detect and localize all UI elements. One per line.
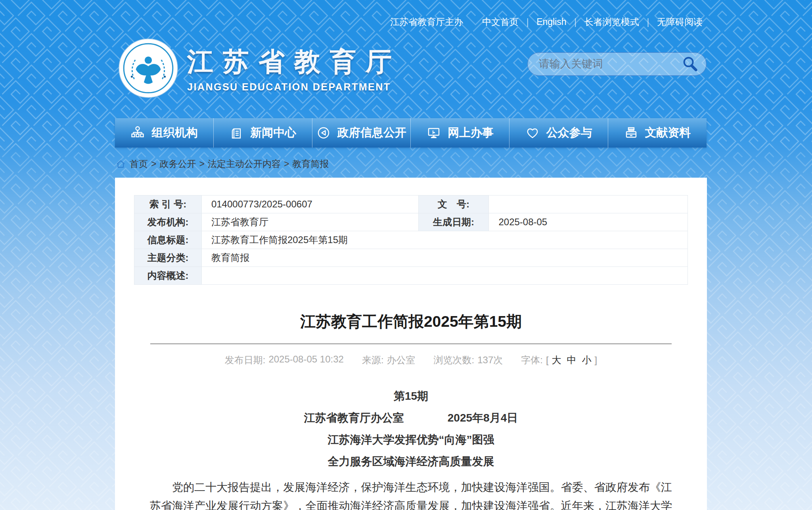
monitor-icon (427, 126, 441, 140)
nav-item-news-center[interactable]: 新闻中心 (213, 118, 312, 148)
title-divider (150, 343, 672, 344)
nav-label: 新闻中心 (250, 125, 296, 141)
site-title-block: 江苏省教育厅 JIANGSU EDUCATION DEPARTMENT (187, 44, 401, 93)
article-paragraph: 党的二十大报告提出，发展海洋经济，保护海洋生态环境，加快建设海洋强国。省委、省政… (150, 478, 672, 510)
divider: | (647, 17, 649, 28)
source-label: 来源: (362, 354, 384, 366)
nav-item-public-participation[interactable]: 公众参与 (509, 118, 608, 148)
site-name-cn: 江苏省教育厅 (187, 44, 401, 80)
article-title: 江苏教育工作简报2025年第15期 (115, 311, 707, 332)
source: 来源: 办公室 (362, 354, 416, 366)
topic-category-label: 主题分类: (134, 249, 202, 267)
generation-date-label: 生成日期: (418, 213, 489, 231)
document-info-table: 索 引 号: 014000773/2025-00607 文 号: 发布机构: 江… (134, 195, 688, 285)
news-icon (229, 126, 243, 140)
search-icon (682, 56, 699, 73)
topic-category-value: 教育简报 (201, 249, 688, 267)
breadcrumb-separator: > (199, 159, 204, 169)
nav-item-online-services[interactable]: 网上办事 (410, 118, 509, 148)
home-icon (116, 159, 126, 169)
org-chart-icon (130, 126, 145, 140)
publisher-value: 江苏省教育厅 (201, 213, 418, 231)
search-input[interactable] (539, 58, 682, 70)
view-count-value: 137次 (477, 354, 503, 366)
font-size-large-button[interactable]: 大 (550, 354, 564, 366)
page: 江苏省教育厅主办 中文首页 | English | 长者浏览模式 | 无障碍阅读… (0, 0, 812, 510)
table-row: 主题分类: 教育简报 (134, 249, 688, 267)
breadcrumb-statutory-disclosure[interactable]: 法定主动公开内容 (208, 158, 281, 170)
view-count-label: 浏览次数: (434, 354, 475, 366)
heart-icon (525, 126, 540, 140)
issuer-line: 江苏省教育厅办公室 2025年8月4日 (115, 410, 707, 426)
search-button[interactable] (682, 56, 699, 73)
table-row: 发布机构: 江苏省教育厅 生成日期: 2025-08-05 (134, 213, 688, 231)
archive-icon (624, 126, 638, 140)
bracket: [ (546, 355, 549, 366)
index-number-value: 014000773/2025-00607 (201, 196, 418, 213)
article-body: 第15期 江苏省教育厅办公室 2025年8月4日 江苏海洋大学发挥优势“向海”图… (115, 389, 707, 510)
top-utility-bar: 江苏省教育厅主办 中文首页 | English | 长者浏览模式 | 无障碍阅读 (0, 16, 703, 28)
doc-number-label: 文 号: (418, 196, 489, 213)
doc-number-value (489, 196, 688, 213)
breadcrumb: 首页 > 政务公开 > 法定主动公开内容 > 教育简报 (116, 158, 329, 170)
article-meta: 发布日期: 2025-08-05 10:32 来源: 办公室 浏览次数: 137… (115, 354, 707, 366)
nav-label: 政府信息公开 (337, 125, 406, 141)
info-title-value: 江苏教育工作简报2025年第15期 (201, 231, 688, 249)
publisher-label: 发布机构: (134, 213, 202, 231)
content-summary-value (201, 267, 688, 285)
link-accessibility[interactable]: 无障碍阅读 (657, 16, 703, 28)
table-row: 内容概述: (134, 267, 688, 285)
nav-label: 公众参与 (546, 125, 592, 141)
generation-date-value: 2025-08-05 (489, 213, 688, 231)
breadcrumb-separator: > (151, 159, 156, 169)
info-disclosure-icon (316, 126, 331, 140)
link-elder-mode[interactable]: 长者浏览模式 (584, 16, 639, 28)
divider: | (527, 17, 529, 28)
table-row: 信息标题: 江苏教育工作简报2025年第15期 (134, 231, 688, 249)
source-value: 办公室 (387, 354, 416, 366)
bracket: ] (595, 355, 598, 366)
info-title-label: 信息标题: (134, 231, 202, 249)
publish-date: 发布日期: 2025-08-05 10:32 (225, 354, 344, 366)
site-name-en: JIANGSU EDUCATION DEPARTMENT (187, 81, 401, 93)
host-link[interactable]: 江苏省教育厅主办 (390, 16, 463, 28)
font-size-label: 字体: (521, 354, 543, 366)
breadcrumb-education-briefing[interactable]: 教育简报 (292, 158, 329, 170)
content-summary-label: 内容概述: (134, 267, 202, 285)
nav-item-gov-info-disclosure[interactable]: 政府信息公开 (312, 118, 411, 148)
nav-item-organization[interactable]: 组织机构 (115, 118, 213, 148)
issuer: 江苏省教育厅办公室 (304, 410, 404, 426)
breadcrumb-separator: > (284, 159, 289, 169)
font-size-small-button[interactable]: 小 (580, 354, 594, 366)
index-number-label: 索 引 号: (134, 196, 202, 213)
nav-label: 网上办事 (448, 125, 494, 141)
article-headline-1: 江苏海洋大学发挥优势“向海”图强 (115, 432, 707, 447)
font-size-medium-button[interactable]: 中 (565, 354, 579, 366)
issue-number: 第15期 (115, 389, 707, 404)
breadcrumb-gov-affairs[interactable]: 政务公开 (159, 158, 196, 170)
publish-date-value: 2025-08-05 10:32 (268, 354, 344, 366)
search-box (527, 52, 707, 76)
link-chinese-home[interactable]: 中文首页 (482, 16, 519, 28)
link-english[interactable]: English (536, 17, 566, 27)
divider: | (575, 17, 576, 28)
article-headline-2: 全力服务区域海洋经济高质量发展 (115, 454, 707, 469)
issue-date: 2025年8月4日 (448, 410, 518, 426)
font-size-control: 字体: [ 大 中 小 ] (521, 354, 597, 366)
main-navigation: 组织机构 新闻中心 政府信息公开 网上办事 (115, 118, 707, 148)
font-size-options: [ 大 中 小 ] (546, 354, 597, 366)
publish-date-label: 发布日期: (225, 354, 266, 366)
view-count: 浏览次数: 137次 (434, 354, 503, 366)
department-emblem-icon (118, 38, 178, 98)
breadcrumb-home[interactable]: 首页 (130, 158, 148, 170)
content-card: 索 引 号: 014000773/2025-00607 文 号: 发布机构: 江… (115, 178, 707, 510)
table-row: 索 引 号: 014000773/2025-00607 文 号: (134, 196, 688, 213)
site-logo[interactable]: 江苏省教育厅 JIANGSU EDUCATION DEPARTMENT (118, 38, 401, 98)
nav-item-documents[interactable]: 文献资料 (608, 118, 707, 148)
nav-label: 文献资料 (645, 125, 691, 141)
nav-label: 组织机构 (151, 125, 197, 141)
